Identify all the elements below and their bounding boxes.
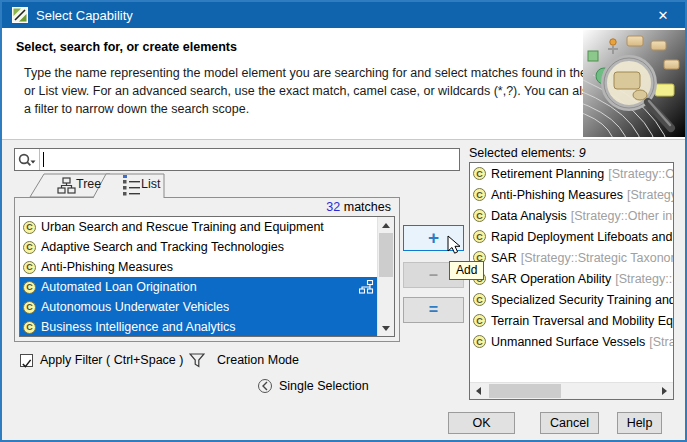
text-caret bbox=[43, 152, 44, 167]
checkmark-icon bbox=[21, 358, 32, 369]
apply-filter-label[interactable]: Apply Filter ( Ctrl+Space ) bbox=[40, 353, 183, 367]
selected-item-name: Retirement Planning bbox=[491, 167, 604, 181]
description-line: or List view. For an advanced search, us… bbox=[24, 82, 628, 100]
scroll-right-button[interactable] bbox=[656, 383, 673, 399]
dialog-icon bbox=[12, 7, 28, 23]
scroll-up-button[interactable] bbox=[378, 217, 394, 233]
capability-icon: C bbox=[473, 209, 486, 222]
list-item[interactable]: C Automated Loan Origination bbox=[20, 277, 377, 297]
tab-tree[interactable]: Tree bbox=[76, 177, 101, 191]
search-filter-menu[interactable] bbox=[15, 149, 40, 170]
selected-item-name: SAR Operation Ability bbox=[491, 272, 611, 286]
selected-item-name: Rapid Deployment Lifeboats and Re bbox=[491, 230, 673, 244]
search-box bbox=[14, 148, 460, 171]
horizontal-scrollbar[interactable] bbox=[470, 382, 673, 399]
select-capability-dialog: Select Capability ✕ Select, search for, … bbox=[0, 0, 687, 442]
header-title: Select, search for, or create elements bbox=[16, 40, 237, 54]
selected-item-path: [Strategy::Str bbox=[615, 272, 673, 286]
selected-item[interactable]: C SAR [Strategy::Strategic Taxonomy: bbox=[470, 247, 673, 268]
vertical-scrollbar[interactable] bbox=[377, 217, 394, 336]
capability-icon: C bbox=[473, 188, 486, 201]
capability-icon: C bbox=[23, 221, 36, 234]
single-selection-label[interactable]: Single Selection bbox=[279, 379, 369, 393]
selected-item[interactable]: C Rapid Deployment Lifeboats and Re bbox=[470, 226, 673, 247]
apply-filter-checkbox[interactable] bbox=[20, 354, 33, 367]
hierarchy-icon bbox=[359, 280, 374, 294]
help-button[interactable]: Help bbox=[617, 412, 662, 434]
selected-item-name: Specialized Security Training and Eq bbox=[491, 293, 673, 307]
capability-icon: C bbox=[23, 241, 36, 254]
capability-icon: C bbox=[473, 335, 486, 348]
selected-item-name: Anti-Phishing Measures bbox=[491, 188, 623, 202]
selected-item[interactable]: C Terrain Traversal and Mobility Equip bbox=[470, 310, 673, 331]
search-input[interactable] bbox=[42, 149, 459, 170]
search-illustration bbox=[583, 30, 685, 137]
cancel-button[interactable]: Cancel bbox=[540, 412, 599, 434]
scrollbar-thumb[interactable] bbox=[489, 384, 561, 398]
selected-item[interactable]: C Retirement Planning [Strategy::Oth bbox=[470, 163, 673, 184]
selected-item[interactable]: C SAR Operation Ability [Strategy::Str bbox=[470, 268, 673, 289]
list-item[interactable]: C Business Intelligence and Analytics bbox=[20, 317, 377, 336]
selected-elements-panel: C Retirement Planning [Strategy::Oth C A… bbox=[469, 162, 674, 400]
selected-item-name: Terrain Traversal and Mobility Equip bbox=[491, 314, 673, 328]
capability-icon: C bbox=[473, 167, 486, 180]
ok-button[interactable]: OK bbox=[448, 412, 515, 434]
selected-item[interactable]: C Data Analysis [Strategy::Other info f bbox=[470, 205, 673, 226]
selected-item-path: [Strategy::O bbox=[627, 188, 673, 202]
capability-icon: C bbox=[23, 261, 36, 274]
tab-list[interactable]: List bbox=[141, 177, 160, 191]
selected-item-path: [Strateg bbox=[649, 335, 673, 349]
scroll-down-button[interactable] bbox=[378, 320, 394, 336]
header-description: Type the name representing the model ele… bbox=[24, 64, 628, 118]
selected-item-name: Unmanned Surface Vessels bbox=[491, 335, 645, 349]
selected-item[interactable]: C Specialized Security Training and Eq bbox=[470, 289, 673, 310]
capability-icon: C bbox=[23, 301, 36, 314]
filter-icon[interactable] bbox=[189, 353, 205, 368]
list-item-label: Anti-Phishing Measures bbox=[41, 260, 173, 274]
list-item-label: Adaptive Search and Tracking Technologie… bbox=[41, 240, 284, 254]
window-title: Select Capability bbox=[36, 8, 133, 23]
add-tooltip: Add bbox=[449, 261, 484, 280]
list-item[interactable]: C Anti-Phishing Measures bbox=[20, 257, 377, 277]
match-count-word: matches bbox=[344, 200, 391, 214]
selected-item-path: [Strategy::Oth bbox=[608, 167, 673, 181]
selected-item[interactable]: C Unmanned Surface Vessels [Strateg bbox=[470, 331, 673, 352]
description-line: a filter to narrow down the search scope… bbox=[24, 100, 628, 118]
match-count: 32 matches bbox=[326, 200, 391, 214]
capability-icon: C bbox=[473, 230, 486, 243]
selected-item[interactable]: C Anti-Phishing Measures [Strategy::O bbox=[470, 184, 673, 205]
scroll-left-button[interactable] bbox=[470, 383, 487, 399]
match-count-number: 32 bbox=[326, 200, 340, 214]
list-tab-panel: 32 matches C Urban Search and Rescue Tra… bbox=[14, 197, 400, 342]
scrollbar-thumb[interactable] bbox=[379, 233, 393, 277]
selected-item-path: [Strategy::Strategic Taxonomy: bbox=[521, 251, 673, 265]
replace-button[interactable]: = bbox=[403, 297, 464, 323]
scroll-down-icon bbox=[382, 326, 390, 331]
capability-icon: C bbox=[473, 293, 486, 306]
selected-elements-count: 9 bbox=[579, 146, 586, 160]
description-line: Type the name representing the model ele… bbox=[24, 64, 628, 82]
dialog-header: Select, search for, or create elements T… bbox=[2, 28, 685, 140]
list-item[interactable]: C Autonomous Underwater Vehicles bbox=[20, 297, 377, 317]
scroll-left-icon bbox=[476, 387, 481, 395]
results-rows: C Urban Search and Rescue Training and E… bbox=[20, 217, 377, 336]
capability-icon: C bbox=[473, 314, 486, 327]
list-item[interactable]: C Adaptive Search and Tracking Technolog… bbox=[20, 237, 377, 257]
list-item-label: Urban Search and Rescue Training and Equ… bbox=[41, 220, 324, 234]
list-item-label: Automated Loan Origination bbox=[41, 280, 197, 294]
list-item[interactable]: C Urban Search and Rescue Training and E… bbox=[20, 217, 377, 237]
capability-icon: C bbox=[23, 321, 36, 334]
selected-elements-text: Selected elements: bbox=[469, 146, 575, 160]
results-listbox: C Urban Search and Rescue Training and E… bbox=[19, 216, 395, 337]
selected-elements-label: Selected elements: 9 bbox=[469, 146, 586, 160]
selected-rows: C Retirement Planning [Strategy::Oth C A… bbox=[470, 163, 673, 382]
creation-mode-label[interactable]: Creation Mode bbox=[217, 353, 299, 367]
selected-item-name: SAR bbox=[491, 251, 517, 265]
close-icon[interactable]: ✕ bbox=[641, 2, 685, 28]
collapse-icon[interactable] bbox=[258, 379, 272, 393]
selected-item-name: Data Analysis bbox=[491, 209, 567, 223]
list-item-label: Business Intelligence and Analytics bbox=[41, 320, 236, 334]
mouse-cursor bbox=[447, 235, 465, 255]
search-icon bbox=[17, 152, 37, 168]
scroll-up-icon bbox=[382, 223, 390, 228]
